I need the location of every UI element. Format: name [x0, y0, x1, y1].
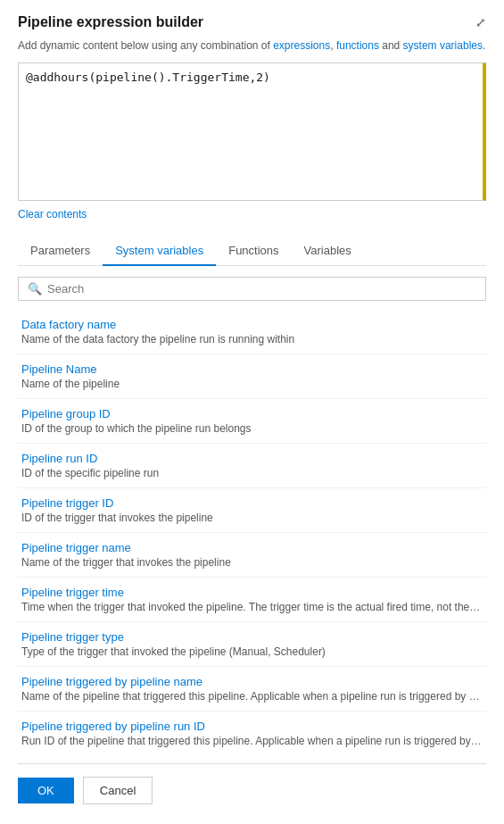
item-description: Type of the trigger that invoked the pip… — [21, 645, 483, 658]
expand-icon[interactable]: ⤢ — [475, 15, 486, 29]
search-icon: 🔍 — [28, 282, 42, 295]
list-item[interactable]: Pipeline triggered by pipeline run IDRun… — [18, 712, 486, 754]
list-item[interactable]: Pipeline trigger typeType of the trigger… — [18, 622, 486, 667]
search-input[interactable] — [47, 282, 476, 295]
subtitle-text-between2: and — [379, 39, 403, 52]
item-title: Pipeline run ID — [21, 452, 483, 465]
page-title: Pipeline expression builder — [18, 14, 203, 30]
item-description: Time when the trigger that invoked the p… — [21, 601, 483, 613]
tab-bar: Parameters System variables Functions Va… — [18, 237, 486, 266]
list-item[interactable]: Pipeline trigger nameName of the trigger… — [18, 533, 486, 578]
item-title: Pipeline triggered by pipeline run ID — [21, 720, 483, 733]
item-title: Pipeline trigger time — [21, 586, 483, 599]
system-variables-list: Data factory nameName of the data factor… — [18, 310, 486, 754]
search-box: 🔍 — [18, 277, 486, 301]
tab-functions[interactable]: Functions — [216, 237, 291, 266]
footer: OK Cancel — [18, 763, 486, 810]
item-title: Pipeline trigger ID — [21, 496, 483, 510]
ok-button[interactable]: OK — [18, 778, 74, 803]
cancel-button[interactable]: Cancel — [83, 777, 153, 804]
item-description: Name of the pipeline — [21, 378, 483, 390]
tab-parameters[interactable]: Parameters — [18, 237, 103, 266]
system-variables-link[interactable]: system variables — [403, 39, 483, 52]
item-description: Run ID of the pipeline that triggered th… — [21, 735, 483, 747]
clear-contents-link[interactable]: Clear contents — [18, 208, 486, 221]
list-item[interactable]: Pipeline trigger IDID of the trigger tha… — [18, 488, 486, 533]
item-description: Name of the data factory the pipeline ru… — [21, 333, 483, 345]
expression-input[interactable] — [18, 62, 486, 201]
subtitle-text-between1: , — [330, 39, 336, 52]
item-title: Pipeline group ID — [21, 407, 483, 420]
item-title: Data factory name — [21, 318, 483, 331]
list-item[interactable]: Pipeline triggered by pipeline nameName … — [18, 667, 486, 712]
subtitle-text-after: . — [483, 39, 485, 52]
functions-link[interactable]: functions — [336, 39, 379, 52]
item-description: ID of the group to which the pipeline ru… — [21, 422, 483, 435]
expressions-link[interactable]: expressions — [273, 39, 330, 52]
list-item[interactable]: Pipeline group IDID of the group to whic… — [18, 399, 486, 444]
item-description: ID of the trigger that invokes the pipel… — [21, 512, 483, 524]
item-description: ID of the specific pipeline run — [21, 467, 483, 479]
list-item[interactable]: Pipeline NameName of the pipeline — [18, 354, 486, 399]
tab-variables[interactable]: Variables — [292, 237, 364, 266]
item-description: Name of the trigger that invokes the pip… — [21, 556, 483, 569]
list-item[interactable]: Pipeline trigger timeTime when the trigg… — [18, 578, 486, 622]
tab-system-variables[interactable]: System variables — [103, 237, 216, 266]
item-title: Pipeline trigger name — [21, 541, 483, 554]
subtitle: Add dynamic content below using any comb… — [18, 37, 486, 54]
item-title: Pipeline triggered by pipeline name — [21, 675, 483, 688]
subtitle-text-before: Add dynamic content below using any comb… — [18, 39, 273, 52]
item-description: Name of the pipeline that triggered this… — [21, 690, 483, 703]
item-title: Pipeline trigger type — [21, 630, 483, 644]
item-title: Pipeline Name — [21, 362, 483, 376]
list-item[interactable]: Data factory nameName of the data factor… — [18, 310, 486, 354]
list-item[interactable]: Pipeline run IDID of the specific pipeli… — [18, 444, 486, 488]
